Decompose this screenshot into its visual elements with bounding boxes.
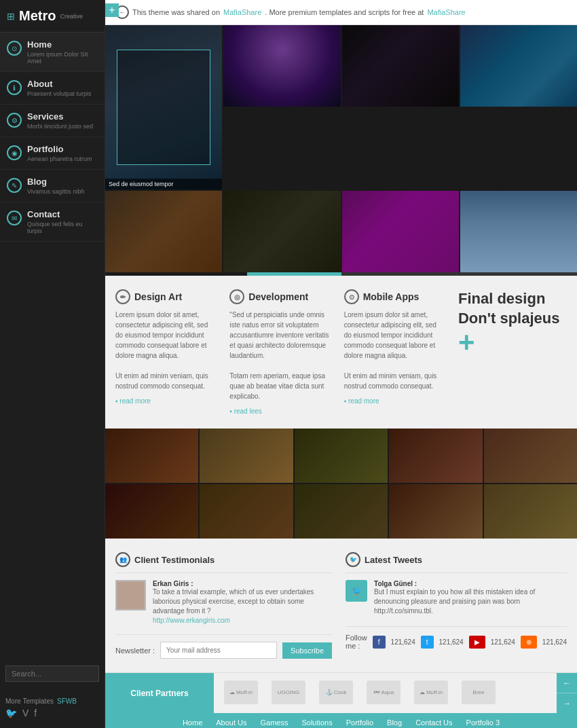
facebook-follow-button[interactable]: f [373,636,386,649]
add-button[interactable]: + [105,3,119,17]
vimeo-sidebar-icon[interactable]: V [22,708,29,718]
testimonials-title: 👥 Client Testimonials [115,552,332,573]
search-area [0,660,105,687]
sidebar-item-contact[interactable]: ✉ Contact Quisque sed felis eu turpis [0,202,105,242]
progress-segment-dark [105,272,247,276]
gallery-item-2[interactable] [105,429,198,483]
partner-ugoing[interactable]: UGOING [272,680,305,706]
partner-captain[interactable]: ⚓ Cook [319,680,353,706]
footer-nav-portfolio[interactable]: Portfolio [346,718,373,727]
nav-icon-blog: ✎ [7,178,22,193]
gallery-item[interactable] [223,191,340,272]
search-input[interactable] [5,666,99,682]
testimonial-item: Erkan Giris : To take a trivial example,… [115,580,332,624]
sidebar-item-about[interactable]: ℹ About Praesent volutpat turpis [0,72,105,105]
gallery-item-2[interactable] [295,429,388,483]
testimonial-text: To take a trivial example, which of us e… [153,587,332,616]
gallery-item-2[interactable] [295,484,388,539]
footer-nav-solutions[interactable]: Solutions [301,718,332,727]
service-dev: ◎ Development "Sed ut perspiciatis unde … [229,289,330,415]
dev-text: "Sed ut perspiciatis unde omnis iste nat… [229,310,330,401]
footer-nav-home[interactable]: Home [183,718,202,727]
partners-logos: ☁ Muff-in UGOING ⚓ Cook 👓 Aqua ☁ Muff-in… [214,673,557,713]
sidebar-social-icons: 🐦 V f [0,705,105,721]
gallery-item[interactable] [460,191,577,272]
sidebar-item-blog[interactable]: ✎ Blog Vivamus sagittis nibh [0,170,105,202]
partners-next-button[interactable]: → [557,693,577,713]
gallery-item-2[interactable] [105,484,198,539]
footer-nav-blog[interactable]: Blog [387,718,402,727]
dev-read-more[interactable]: read lees [229,407,261,415]
gallery-item[interactable]: Sed de eiusmod tempor [105,25,222,189]
nav-sub-blog: Vivamus sagittis nibh [27,188,84,195]
progress-bar [105,272,577,276]
final-design-plus: + [458,328,567,357]
testimonial-name: Erkan Giris : [153,580,332,587]
mobile-read-more[interactable]: read more [344,397,379,405]
newsletter-input[interactable] [160,642,277,659]
tweet-item: 🐦 Tolga Günel : But I must explain to yo… [346,580,567,616]
final-design-text: Final design Don't splajeus [458,289,567,328]
sidebar-item-portfolio[interactable]: ◉ Portfolio Aenean pharetra rutrum [0,137,105,170]
final-design-block: Final design Don't splajeus + [458,289,567,415]
footer-nav-contact[interactable]: Contact Us [415,718,452,727]
top-bar-link1[interactable]: MafiaShare [223,8,261,16]
gallery-item-2[interactable] [389,429,482,483]
nav-icon-contact: ✉ [7,211,22,225]
partner-bree[interactable]: Bree [462,680,496,706]
gallery-item[interactable] [105,191,222,272]
site-title: Metro [19,8,56,24]
youtube-count: 121,624 [491,638,515,646]
testimonial-link[interactable]: http://www.erkangiris.com [153,617,230,624]
partner-aqua[interactable]: 👓 Aqua [367,680,401,706]
design-read-more[interactable]: read more [115,397,151,405]
footer-nav-about[interactable]: About Us [216,718,246,727]
testimonials-col: 👥 Client Testimonials Erkan Giris : To t… [115,552,332,659]
logo-area[interactable]: ⊞ Metro Creative [0,0,105,33]
tweet-name: Tolga Günel : [374,580,567,587]
footer-nav-portfolio3[interactable]: Portfolio 3 [466,718,500,727]
gallery-item[interactable] [223,25,340,107]
gallery-item[interactable] [342,191,459,272]
follow-label: Follow me : [346,634,367,650]
gallery-item-2[interactable] [200,484,293,539]
top-gallery: Sed de eiusmod tempor [105,25,577,272]
partner-muffin1[interactable]: ☁ Muff-in [224,680,258,706]
gallery-item-2[interactable] [200,429,293,483]
gallery-item-2[interactable] [484,484,577,539]
nav-sub-home: Lorem ipsum Dolor SIt Amet [27,51,98,65]
nav-sub-services: Morbi tincidunt justo sed [27,123,93,130]
partner-muffin2[interactable]: ☁ Muff-in [414,680,448,706]
gallery-item-2[interactable] [484,429,577,483]
service-mobile: ⊙ Mobile Apps Lorem ipsum dolor sit amet… [344,289,445,415]
twitter-sidebar-icon[interactable]: 🐦 [5,708,17,718]
sidebar-item-home[interactable]: ⊙ Home Lorem ipsum Dolor SIt Amet [0,33,105,72]
gallery-item-2[interactable] [389,484,482,539]
design-icon: ✏ [115,289,130,304]
top-bar-link2[interactable]: MafiaShare [427,8,465,16]
dev-icon: ◎ [229,289,244,304]
tweet-bird-icon: 🐦 [346,580,367,602]
services-grid: ✏ Design Art Lorem ipsum dolor sit amet,… [115,289,567,415]
footer-nav-games[interactable]: Gamess [261,718,288,727]
bottom-gallery [105,429,577,539]
newsletter-subscribe-button[interactable]: Subscribe [282,642,332,659]
tweet-text: But I must explain to you how all this m… [374,587,567,616]
facebook-sidebar-icon[interactable]: f [34,708,37,718]
services-section: ✏ Design Art Lorem ipsum dolor sit amet,… [105,276,577,429]
nav-label-about: About [27,79,92,89]
sidebar: ⊞ Metro Creative ⊙ Home Lorem ipsum Dolo… [0,0,105,728]
sidebar-item-services[interactable]: ⚙ Services Morbi tincidunt justo sed [0,105,105,137]
nav-icon-home: ⊙ [7,41,22,56]
testimonial-avatar [115,580,146,611]
partners-navigation: ← → [557,673,577,713]
gallery-item[interactable] [460,25,577,107]
logo-grid-icon: ⊞ [7,11,15,22]
youtube-follow-button[interactable]: ▶ [469,636,485,649]
gallery-item[interactable] [342,25,459,107]
partners-prev-button[interactable]: ← [557,673,577,693]
rss-follow-button[interactable]: ⊕ [521,636,537,649]
nav-label-contact: Contact [27,209,98,219]
twitter-follow-button[interactable]: t [421,636,434,649]
more-templates-link[interactable]: SFWB [57,697,77,705]
